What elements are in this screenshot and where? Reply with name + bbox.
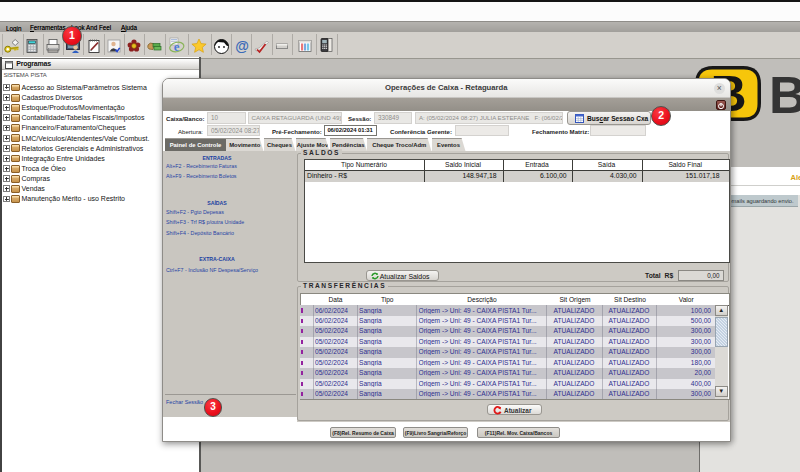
svg-text:@: @ <box>235 38 249 54</box>
svg-text:B: B <box>769 66 800 124</box>
